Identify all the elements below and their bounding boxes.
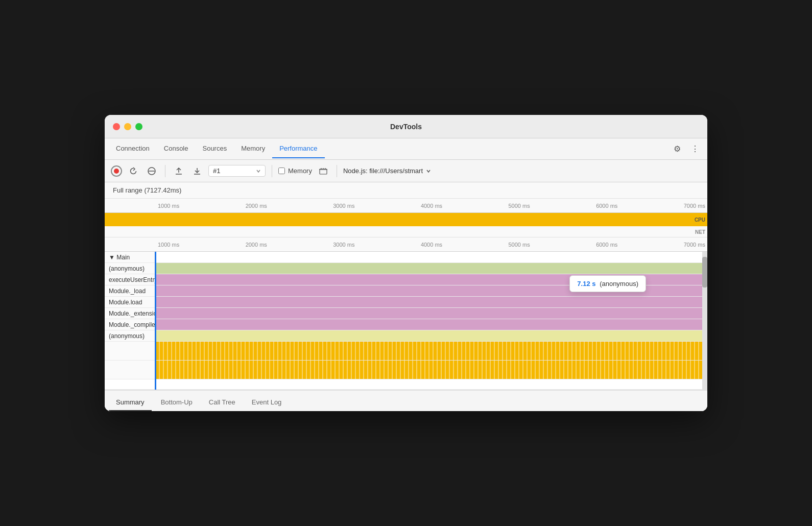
time2-5000: 5000 ms [509,242,530,248]
time-5000: 5000 ms [509,203,530,209]
time-6000: 6000 ms [596,203,617,209]
trace-row-5[interactable]: Module._compile [105,319,707,330]
flame-stripes-1 [156,342,707,360]
trace-label-3: Module.load [105,297,156,307]
vertical-scrollbar[interactable] [702,252,707,390]
tab-event-log[interactable]: Event Log [245,394,289,411]
bar-extensions [156,308,707,319]
separator-1 [165,165,165,177]
trace-row-4[interactable]: Module._extensions..js [105,308,707,319]
memory-checkbox-wrap: Memory [278,167,312,175]
trace-row-1[interactable]: executeUserEntryPoint 7.12 s (anonymous) [105,274,707,285]
download-icon [193,167,201,175]
trace-label-6: (anonymous) [105,330,156,341]
tab-call-tree[interactable]: Call Tree [202,394,243,411]
more-button[interactable]: ⋮ [689,142,701,156]
bar-module-load2 [156,297,707,307]
node-select[interactable]: Node.js: file:///Users/stmart [343,167,431,175]
node-dropdown-icon [426,169,431,174]
scrollbar-thumb[interactable] [702,257,707,288]
upload-icon [175,167,183,175]
trace-label-0: (anonymous) [105,263,156,274]
trace-bar-flame1 [156,342,707,360]
memory-checkbox[interactable] [278,168,285,174]
reload-button[interactable] [126,164,140,178]
full-range-label: Full range (7127.42ms) [113,186,181,194]
trace-bar-3 [156,297,707,307]
clear-button[interactable] [145,164,159,178]
tooltip-time: 7.12 s [577,280,595,288]
titlebar: DevTools [105,115,707,138]
gc-button[interactable] [316,164,330,178]
separator-2 [272,165,272,177]
close-button[interactable] [113,123,120,130]
trace-row-6[interactable]: (anonymous) [105,330,707,342]
tab-bottom-up[interactable]: Bottom-Up [154,394,200,411]
trace-bar-4 [156,308,707,319]
record-icon [114,169,119,174]
time-ruler-top: 1000 ms 2000 ms 3000 ms 4000 ms 5000 ms … [105,199,707,213]
trace-row-0[interactable]: (anonymous) [105,263,707,274]
tab-performance[interactable]: Performance [272,139,324,158]
time2-6000: 6000 ms [596,242,617,248]
download-button[interactable] [190,164,204,178]
trace-label-2: Module._load [105,285,156,296]
filter-input-wrap [208,165,266,177]
window-title: DevTools [390,123,422,131]
time2-1000: 1000 ms [158,242,179,248]
trace-label-flame1 [105,342,156,360]
bar-anon2 [156,330,707,341]
bar-compile [156,319,707,330]
tab-summary[interactable]: Summary [109,394,152,411]
tab-console[interactable]: Console [157,139,196,158]
flame-dense-2 [156,361,707,379]
maximize-button[interactable] [135,123,142,130]
trace-bar-6 [156,330,707,341]
time2-3000: 3000 ms [333,242,354,248]
time2-2000: 2000 ms [246,242,267,248]
main-content: Full range (7127.42ms) 1000 ms 2000 ms 3… [105,182,707,411]
window-controls [113,123,142,130]
tooltip-text: (anonymous) [600,280,638,288]
devtools-window: DevTools Connection Console Sources Memo… [105,115,707,411]
reload-icon [129,167,137,175]
tab-connection[interactable]: Connection [109,139,157,158]
gc-icon [319,167,328,175]
tab-sources[interactable]: Sources [195,139,234,158]
separator-3 [337,165,337,177]
nav-tabs: Connection Console Sources Memory Perfor… [105,138,707,160]
node-label: Node.js: file:///Users/stmart [343,167,423,175]
tooltip: 7.12 s (anonymous) [569,275,646,292]
trace-main-label: ▼ Main [105,252,156,262]
record-button[interactable] [111,165,122,177]
trace-empty-row [105,379,707,390]
time-ruler-inner-top: 1000 ms 2000 ms 3000 ms 4000 ms 5000 ms … [156,203,707,209]
nav-right-actions: ⚙ ⋮ [672,142,701,156]
time2-4000: 4000 ms [421,242,442,248]
bottom-tabs: Summary Bottom-Up Call Tree Event Log [105,390,707,411]
time-7000: 7000 ms [684,203,705,209]
filter-input[interactable] [213,167,254,175]
time-ruler-bottom: 1000 ms 2000 ms 3000 ms 4000 ms 5000 ms … [105,237,707,252]
timeline-header: Full range (7127.42ms) [105,182,707,199]
trace-label-5: Module._compile [105,319,156,330]
trace-row-3[interactable]: Module.load [105,297,707,308]
dropdown-icon [256,169,261,174]
upload-button[interactable] [172,164,186,178]
flame-stripes-2 [156,361,707,379]
tab-memory[interactable]: Memory [234,139,272,158]
net-bar: NET [105,226,707,237]
bar-anonymous [156,263,707,274]
trace-label-flame2 [105,361,156,379]
minimize-button[interactable] [124,123,131,130]
trace-label-4: Module._extensions..js [105,308,156,319]
trace-label-1: executeUserEntryPoint [105,274,156,285]
settings-button[interactable]: ⚙ [672,142,683,156]
trace-row-main: ▼ Main [105,252,707,263]
time2-7000: 7000 ms [684,242,705,248]
clear-icon [148,167,156,175]
memory-label: Memory [288,167,312,175]
time-cursor [155,252,156,390]
time-4000: 4000 ms [421,203,442,209]
trace-bar-0 [156,263,707,274]
